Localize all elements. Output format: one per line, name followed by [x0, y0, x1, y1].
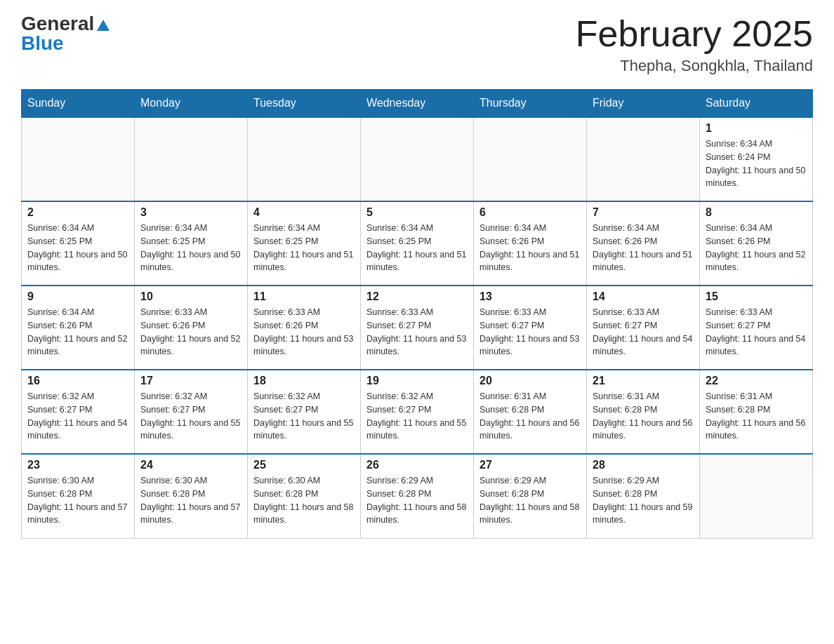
calendar-week-1: 1Sunrise: 6:34 AMSunset: 6:24 PMDaylight… [22, 117, 813, 201]
col-thursday: Thursday [474, 90, 587, 118]
day-info: Sunrise: 6:31 AMSunset: 6:28 PMDaylight:… [479, 390, 581, 443]
calendar-cell [474, 117, 587, 201]
day-number: 8 [706, 206, 807, 219]
header-row: Sunday Monday Tuesday Wednesday Thursday… [22, 90, 813, 118]
day-info: Sunrise: 6:33 AMSunset: 6:26 PMDaylight:… [253, 306, 355, 358]
day-number: 14 [593, 290, 694, 303]
calendar-cell: 5Sunrise: 6:34 AMSunset: 6:25 PMDaylight… [361, 201, 474, 286]
calendar-cell [135, 117, 248, 201]
day-info: Sunrise: 6:30 AMSunset: 6:28 PMDaylight:… [140, 474, 241, 527]
day-info: Sunrise: 6:32 AMSunset: 6:27 PMDaylight:… [253, 390, 355, 443]
day-info: Sunrise: 6:33 AMSunset: 6:27 PMDaylight:… [706, 306, 807, 358]
day-info: Sunrise: 6:34 AMSunset: 6:25 PMDaylight:… [253, 222, 355, 274]
day-number: 20 [479, 375, 581, 387]
day-info: Sunrise: 6:33 AMSunset: 6:26 PMDaylight:… [140, 306, 241, 358]
day-number: 28 [593, 459, 694, 471]
day-number: 25 [253, 459, 355, 471]
calendar-cell: 23Sunrise: 6:30 AMSunset: 6:28 PMDayligh… [22, 454, 135, 538]
day-info: Sunrise: 6:34 AMSunset: 6:24 PMDaylight:… [706, 137, 807, 190]
calendar-cell: 16Sunrise: 6:32 AMSunset: 6:27 PMDayligh… [22, 370, 135, 454]
day-number: 15 [706, 290, 807, 303]
calendar-cell: 24Sunrise: 6:30 AMSunset: 6:28 PMDayligh… [135, 454, 248, 538]
day-number: 7 [593, 206, 694, 219]
day-info: Sunrise: 6:32 AMSunset: 6:27 PMDaylight:… [27, 390, 128, 443]
day-number: 26 [366, 459, 468, 471]
calendar-cell: 19Sunrise: 6:32 AMSunset: 6:27 PMDayligh… [361, 370, 474, 454]
calendar-cell: 9Sunrise: 6:34 AMSunset: 6:26 PMDaylight… [22, 286, 135, 370]
day-number: 3 [140, 206, 241, 219]
calendar-week-2: 2Sunrise: 6:34 AMSunset: 6:25 PMDaylight… [22, 201, 813, 286]
calendar-cell: 18Sunrise: 6:32 AMSunset: 6:27 PMDayligh… [248, 370, 361, 454]
calendar-cell: 7Sunrise: 6:34 AMSunset: 6:26 PMDaylight… [587, 201, 700, 286]
calendar-cell: 10Sunrise: 6:33 AMSunset: 6:26 PMDayligh… [135, 286, 248, 370]
calendar-table: Sunday Monday Tuesday Wednesday Thursday… [21, 89, 813, 539]
calendar-cell: 26Sunrise: 6:29 AMSunset: 6:28 PMDayligh… [361, 454, 474, 538]
calendar-week-3: 9Sunrise: 6:34 AMSunset: 6:26 PMDaylight… [22, 286, 813, 370]
day-info: Sunrise: 6:34 AMSunset: 6:26 PMDaylight:… [593, 222, 694, 274]
day-number: 22 [706, 375, 807, 387]
logo-blue-text: Blue [21, 34, 64, 53]
col-monday: Monday [135, 90, 248, 118]
calendar-cell: 8Sunrise: 6:34 AMSunset: 6:26 PMDaylight… [700, 201, 813, 286]
day-info: Sunrise: 6:29 AMSunset: 6:28 PMDaylight:… [366, 474, 468, 527]
day-info: Sunrise: 6:34 AMSunset: 6:26 PMDaylight:… [479, 222, 581, 274]
day-number: 9 [27, 290, 128, 303]
day-info: Sunrise: 6:29 AMSunset: 6:28 PMDaylight:… [479, 474, 581, 527]
page-header: General Blue February 2025 Thepha, Songk… [21, 14, 813, 75]
calendar-cell [248, 117, 361, 201]
col-saturday: Saturday [700, 90, 813, 118]
day-info: Sunrise: 6:32 AMSunset: 6:27 PMDaylight:… [140, 390, 241, 443]
calendar-cell: 13Sunrise: 6:33 AMSunset: 6:27 PMDayligh… [474, 286, 587, 370]
day-number: 21 [593, 375, 694, 387]
col-wednesday: Wednesday [361, 90, 474, 118]
calendar-cell: 17Sunrise: 6:32 AMSunset: 6:27 PMDayligh… [135, 370, 248, 454]
calendar-title: February 2025 [576, 14, 813, 54]
calendar-cell [700, 454, 813, 538]
day-number: 18 [253, 375, 355, 387]
calendar-cell: 20Sunrise: 6:31 AMSunset: 6:28 PMDayligh… [474, 370, 587, 454]
col-friday: Friday [587, 90, 700, 118]
col-sunday: Sunday [22, 90, 135, 118]
day-number: 5 [366, 206, 468, 219]
calendar-cell: 11Sunrise: 6:33 AMSunset: 6:26 PMDayligh… [248, 286, 361, 370]
calendar-cell: 12Sunrise: 6:33 AMSunset: 6:27 PMDayligh… [361, 286, 474, 370]
day-info: Sunrise: 6:34 AMSunset: 6:26 PMDaylight:… [706, 222, 807, 274]
day-number: 6 [479, 206, 581, 219]
day-number: 11 [253, 290, 355, 303]
calendar-cell [361, 117, 474, 201]
calendar-cell: 4Sunrise: 6:34 AMSunset: 6:25 PMDaylight… [248, 201, 361, 286]
day-info: Sunrise: 6:30 AMSunset: 6:28 PMDaylight:… [253, 474, 355, 527]
calendar-subtitle: Thepha, Songkhla, Thailand [576, 57, 813, 75]
calendar-cell [587, 117, 700, 201]
day-number: 2 [27, 206, 128, 219]
day-info: Sunrise: 6:34 AMSunset: 6:25 PMDaylight:… [366, 222, 468, 274]
calendar-cell: 28Sunrise: 6:29 AMSunset: 6:28 PMDayligh… [587, 454, 700, 538]
day-info: Sunrise: 6:30 AMSunset: 6:28 PMDaylight:… [27, 474, 128, 527]
day-number: 4 [253, 206, 355, 219]
logo: General Blue [21, 14, 110, 53]
calendar-cell: 1Sunrise: 6:34 AMSunset: 6:24 PMDaylight… [700, 117, 813, 201]
calendar-cell: 21Sunrise: 6:31 AMSunset: 6:28 PMDayligh… [587, 370, 700, 454]
calendar-cell: 27Sunrise: 6:29 AMSunset: 6:28 PMDayligh… [474, 454, 587, 538]
day-number: 24 [140, 459, 241, 471]
day-number: 17 [140, 375, 241, 387]
calendar-cell [22, 117, 135, 201]
calendar-cell: 2Sunrise: 6:34 AMSunset: 6:25 PMDaylight… [22, 201, 135, 286]
calendar-cell: 22Sunrise: 6:31 AMSunset: 6:28 PMDayligh… [700, 370, 813, 454]
day-info: Sunrise: 6:33 AMSunset: 6:27 PMDaylight:… [479, 306, 581, 358]
calendar-cell: 14Sunrise: 6:33 AMSunset: 6:27 PMDayligh… [587, 286, 700, 370]
day-number: 23 [27, 459, 128, 471]
day-number: 13 [479, 290, 581, 303]
calendar-cell: 3Sunrise: 6:34 AMSunset: 6:25 PMDaylight… [135, 201, 248, 286]
calendar-cell: 6Sunrise: 6:34 AMSunset: 6:26 PMDaylight… [474, 201, 587, 286]
day-info: Sunrise: 6:31 AMSunset: 6:28 PMDaylight:… [706, 390, 807, 443]
calendar-cell: 15Sunrise: 6:33 AMSunset: 6:27 PMDayligh… [700, 286, 813, 370]
day-number: 1 [706, 122, 807, 135]
day-number: 12 [366, 290, 468, 303]
title-section: February 2025 Thepha, Songkhla, Thailand [576, 14, 813, 75]
day-info: Sunrise: 6:33 AMSunset: 6:27 PMDaylight:… [366, 306, 468, 358]
day-info: Sunrise: 6:34 AMSunset: 6:26 PMDaylight:… [27, 306, 128, 358]
day-number: 10 [140, 290, 241, 303]
day-info: Sunrise: 6:32 AMSunset: 6:27 PMDaylight:… [366, 390, 468, 443]
calendar-cell: 25Sunrise: 6:30 AMSunset: 6:28 PMDayligh… [248, 454, 361, 538]
